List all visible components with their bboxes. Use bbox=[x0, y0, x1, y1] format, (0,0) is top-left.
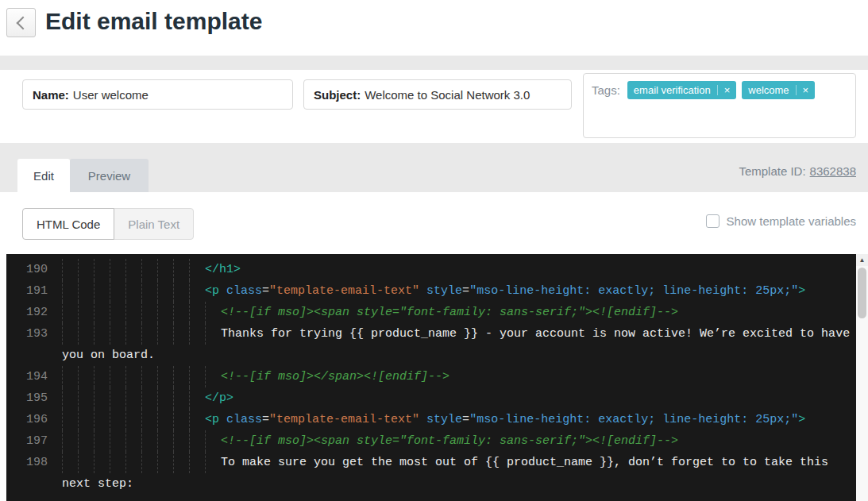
indent-guide bbox=[141, 323, 157, 345]
indent-guide bbox=[141, 430, 157, 452]
template-id-link[interactable]: 8362838 bbox=[810, 164, 856, 178]
template-id-label: Template ID: bbox=[739, 164, 805, 178]
indent-guide bbox=[62, 366, 78, 387]
back-icon bbox=[16, 16, 29, 29]
indent-guide bbox=[189, 280, 205, 302]
html-code-button[interactable]: HTML Code bbox=[22, 208, 114, 240]
code-line[interactable]: 198To make sure you get the most out of … bbox=[6, 452, 868, 473]
indent-guide bbox=[205, 366, 221, 387]
show-template-variables-checkbox[interactable] bbox=[706, 214, 719, 228]
line-number: 192 bbox=[6, 302, 62, 323]
indent-guide bbox=[78, 323, 94, 345]
indent-guide bbox=[173, 280, 189, 302]
tag-chip: email verification× bbox=[627, 81, 736, 99]
plain-text-button[interactable]: Plain Text bbox=[114, 208, 194, 240]
code-line[interactable]: 192<!--[if mso]><span style="font-family… bbox=[6, 302, 868, 323]
indent-guide bbox=[62, 430, 78, 452]
indent-guide bbox=[157, 452, 173, 473]
indent-guide bbox=[125, 387, 141, 409]
indent-guide bbox=[189, 323, 205, 345]
indent-guide bbox=[94, 409, 110, 430]
code-text: <!--[if mso]><span style="font-family: s… bbox=[221, 430, 678, 452]
plain-text-button-label: Plain Text bbox=[128, 218, 179, 231]
code-text: <!--[if mso]><span style="font-family: s… bbox=[221, 302, 678, 323]
indent-guide bbox=[94, 430, 110, 452]
indent-guide bbox=[141, 259, 157, 280]
editor-toolbar-panel: HTML Code Plain Text Show template varia… bbox=[0, 192, 868, 254]
indent-guide bbox=[110, 323, 125, 345]
indent-guide bbox=[157, 430, 173, 452]
indent-guide bbox=[125, 366, 141, 387]
scrollbar[interactable]: ▲ bbox=[856, 254, 868, 501]
subject-value: Welcome to Social Network 3.0 bbox=[365, 88, 530, 102]
edit-email-template-page: Edit email template Name: User welcome S… bbox=[0, 0, 868, 501]
indent-guide bbox=[141, 452, 157, 473]
tags-label: Tags: bbox=[592, 83, 620, 97]
indent-guide bbox=[62, 302, 78, 323]
page-title: Edit email template bbox=[45, 8, 262, 35]
tag-remove-icon[interactable]: × bbox=[717, 85, 737, 95]
code-editor[interactable]: 190</h1>191<p class="template-email-text… bbox=[6, 254, 868, 501]
line-number bbox=[6, 473, 62, 495]
code-rows: 190</h1>191<p class="template-email-text… bbox=[6, 259, 868, 495]
code-line[interactable]: 191<p class="template-email-text" style=… bbox=[6, 280, 868, 302]
code-text: To make sure you get the most out of {{ … bbox=[221, 452, 828, 473]
indent-guide bbox=[141, 366, 157, 387]
indent-guide bbox=[125, 409, 141, 430]
tags-input[interactable]: Tags:email verification×welcome× bbox=[583, 73, 856, 138]
indent-guide bbox=[94, 323, 110, 345]
indent-guide bbox=[62, 409, 78, 430]
indent-guide bbox=[94, 366, 110, 387]
code-text: <p class="template-email-text" style="ms… bbox=[205, 409, 805, 430]
indent-guide bbox=[125, 323, 141, 345]
code-line[interactable]: 194<!--[if mso]></span><![endif]--> bbox=[6, 366, 868, 387]
indent-guide bbox=[157, 366, 173, 387]
indent-guide bbox=[125, 430, 141, 452]
indent-guide bbox=[94, 259, 110, 280]
code-line[interactable]: 197<!--[if mso]><span style="font-family… bbox=[6, 430, 868, 452]
indent-guide bbox=[110, 259, 125, 280]
indent-guide bbox=[189, 302, 205, 323]
tab-preview-label: Preview bbox=[88, 169, 130, 183]
indent-guide bbox=[173, 452, 189, 473]
indent-guide bbox=[110, 452, 125, 473]
indent-guide bbox=[78, 302, 94, 323]
code-line[interactable]: next step: bbox=[6, 473, 868, 495]
code-line[interactable]: 196<p class="template-email-text" style=… bbox=[6, 409, 868, 430]
indent-guide bbox=[189, 409, 205, 430]
name-value: User welcome bbox=[73, 88, 149, 102]
tab-preview[interactable]: Preview bbox=[70, 159, 149, 192]
subject-input[interactable]: Subject: Welcome to Social Network 3.0 bbox=[303, 79, 572, 110]
line-number bbox=[6, 345, 62, 366]
name-input[interactable]: Name: User welcome bbox=[22, 79, 293, 110]
indent-guide bbox=[173, 323, 189, 345]
indent-guide bbox=[94, 280, 110, 302]
html-code-button-label: HTML Code bbox=[37, 218, 100, 231]
code-line[interactable]: 193Thanks for trying {{ product_name }} … bbox=[6, 323, 868, 345]
indent-guide bbox=[110, 280, 125, 302]
indent-guide bbox=[189, 259, 205, 280]
indent-guide bbox=[205, 302, 221, 323]
code-line[interactable]: you on board. bbox=[6, 345, 868, 366]
line-number: 196 bbox=[6, 409, 62, 430]
indent-guide bbox=[157, 409, 173, 430]
tab-edit[interactable]: Edit bbox=[17, 159, 70, 192]
page-header: Edit email template bbox=[0, 0, 868, 56]
indent-guide bbox=[125, 302, 141, 323]
code-text: <p class="template-email-text" style="ms… bbox=[205, 280, 805, 302]
scrollbar-thumb[interactable] bbox=[858, 268, 866, 318]
code-line[interactable]: 195</p> bbox=[6, 387, 868, 409]
code-text: </p> bbox=[205, 387, 233, 409]
indent-guide bbox=[141, 280, 157, 302]
code-line[interactable]: 190</h1> bbox=[6, 259, 868, 280]
indent-guide bbox=[189, 430, 205, 452]
indent-guide bbox=[141, 409, 157, 430]
tag-remove-icon[interactable]: × bbox=[796, 85, 816, 95]
back-button[interactable] bbox=[6, 8, 36, 37]
indent-guide bbox=[94, 302, 110, 323]
line-number: 195 bbox=[6, 387, 62, 409]
scroll-up-button[interactable]: ▲ bbox=[856, 254, 868, 266]
code-text: you on board. bbox=[62, 345, 155, 366]
indent-guide bbox=[78, 259, 94, 280]
indent-guide bbox=[78, 452, 94, 473]
